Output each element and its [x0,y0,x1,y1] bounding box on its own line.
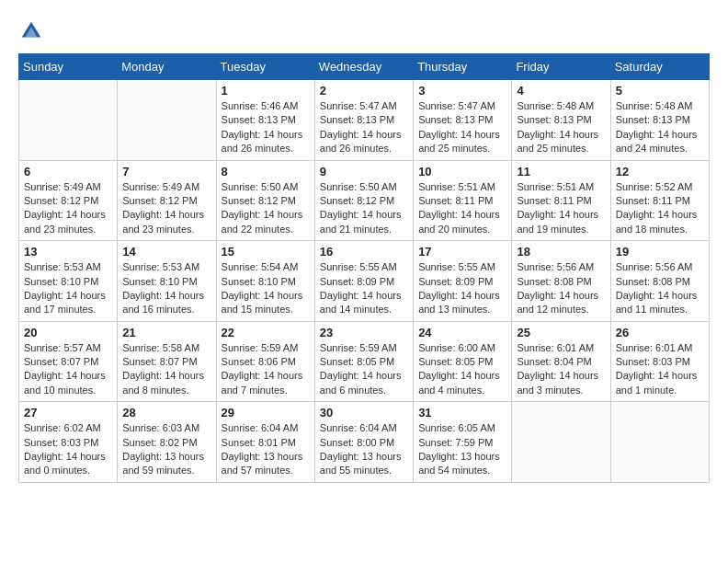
calendar-cell: 17Sunrise: 5:55 AMSunset: 8:09 PMDayligh… [414,241,512,322]
day-info: Sunrise: 5:57 AMSunset: 8:07 PMDaylight:… [24,341,112,398]
day-info: Sunrise: 6:03 AMSunset: 8:02 PMDaylight:… [122,421,210,478]
calendar-cell: 1Sunrise: 5:46 AMSunset: 8:13 PMDaylight… [216,80,314,161]
calendar-cell: 13Sunrise: 5:53 AMSunset: 8:10 PMDayligh… [19,241,118,322]
calendar-cell [610,402,709,483]
day-info: Sunrise: 5:53 AMSunset: 8:10 PMDaylight:… [24,260,112,317]
calendar-week-row: 6Sunrise: 5:49 AMSunset: 8:12 PMDaylight… [19,160,710,241]
calendar-cell: 19Sunrise: 5:56 AMSunset: 8:08 PMDayligh… [610,241,709,322]
day-number: 14 [122,245,210,259]
day-info: Sunrise: 5:47 AMSunset: 8:13 PMDaylight:… [320,99,408,156]
calendar-weekday-monday: Monday [118,54,216,80]
logo [18,18,48,44]
day-info: Sunrise: 5:53 AMSunset: 8:10 PMDaylight:… [122,260,210,317]
calendar-cell: 6Sunrise: 5:49 AMSunset: 8:12 PMDaylight… [19,160,118,241]
calendar-weekday-saturday: Saturday [610,54,709,80]
day-number: 31 [418,406,506,419]
day-info: Sunrise: 5:59 AMSunset: 8:05 PMDaylight:… [320,341,408,398]
day-info: Sunrise: 6:01 AMSunset: 8:03 PMDaylight:… [616,341,704,398]
day-number: 17 [418,245,506,259]
day-number: 1 [222,84,310,98]
day-number: 22 [222,326,310,339]
day-info: Sunrise: 5:50 AMSunset: 8:12 PMDaylight:… [320,180,408,237]
day-number: 26 [616,326,704,339]
calendar-cell: 12Sunrise: 5:52 AMSunset: 8:11 PMDayligh… [610,160,709,241]
day-info: Sunrise: 6:04 AMSunset: 8:01 PMDaylight:… [222,421,310,478]
day-info: Sunrise: 6:00 AMSunset: 8:05 PMDaylight:… [418,341,506,398]
day-number: 24 [418,326,506,339]
calendar-header-row: SundayMondayTuesdayWednesdayThursdayFrid… [19,54,710,80]
calendar-cell: 10Sunrise: 5:51 AMSunset: 8:11 PMDayligh… [414,160,512,241]
day-info: Sunrise: 5:48 AMSunset: 8:13 PMDaylight:… [616,99,704,156]
calendar-cell: 23Sunrise: 5:59 AMSunset: 8:05 PMDayligh… [314,321,413,402]
day-info: Sunrise: 5:49 AMSunset: 8:12 PMDaylight:… [122,180,210,237]
day-number: 19 [616,245,704,259]
calendar-cell: 28Sunrise: 6:03 AMSunset: 8:02 PMDayligh… [118,402,216,483]
calendar-weekday-sunday: Sunday [19,54,118,80]
calendar-cell: 3Sunrise: 5:47 AMSunset: 8:13 PMDaylight… [414,80,512,161]
day-number: 28 [122,406,210,419]
day-number: 29 [222,406,310,419]
day-info: Sunrise: 5:50 AMSunset: 8:12 PMDaylight:… [222,180,310,237]
calendar-cell: 16Sunrise: 5:55 AMSunset: 8:09 PMDayligh… [314,241,413,322]
logo-icon [18,18,44,44]
calendar-cell [118,80,216,161]
calendar-weekday-friday: Friday [512,54,610,80]
day-number: 2 [320,84,408,98]
day-info: Sunrise: 5:49 AMSunset: 8:12 PMDaylight:… [24,180,112,237]
day-info: Sunrise: 5:55 AMSunset: 8:09 PMDaylight:… [418,260,506,317]
day-number: 13 [24,245,112,259]
day-info: Sunrise: 6:05 AMSunset: 7:59 PMDaylight:… [418,421,506,478]
day-info: Sunrise: 5:58 AMSunset: 8:07 PMDaylight:… [122,341,210,398]
calendar-week-row: 13Sunrise: 5:53 AMSunset: 8:10 PMDayligh… [19,241,710,322]
calendar-cell: 15Sunrise: 5:54 AMSunset: 8:10 PMDayligh… [216,241,314,322]
calendar-cell: 21Sunrise: 5:58 AMSunset: 8:07 PMDayligh… [118,321,216,402]
day-info: Sunrise: 5:56 AMSunset: 8:08 PMDaylight:… [616,260,704,317]
day-number: 7 [122,165,210,178]
calendar-cell: 5Sunrise: 5:48 AMSunset: 8:13 PMDaylight… [610,80,709,161]
day-number: 27 [24,406,112,419]
day-number: 8 [222,165,310,178]
day-number: 9 [320,165,408,178]
day-info: Sunrise: 5:56 AMSunset: 8:08 PMDaylight:… [517,260,605,317]
calendar-cell: 8Sunrise: 5:50 AMSunset: 8:12 PMDaylight… [216,160,314,241]
day-number: 20 [24,326,112,339]
day-info: Sunrise: 6:04 AMSunset: 8:00 PMDaylight:… [320,421,408,478]
calendar-cell: 22Sunrise: 5:59 AMSunset: 8:06 PMDayligh… [216,321,314,402]
calendar-week-row: 20Sunrise: 5:57 AMSunset: 8:07 PMDayligh… [19,321,710,402]
calendar-cell: 27Sunrise: 6:02 AMSunset: 8:03 PMDayligh… [19,402,118,483]
calendar-week-row: 1Sunrise: 5:46 AMSunset: 8:13 PMDaylight… [19,80,710,161]
day-number: 11 [517,165,605,178]
day-number: 16 [320,245,408,259]
day-number: 6 [24,165,112,178]
day-number: 3 [418,84,506,98]
calendar-cell: 30Sunrise: 6:04 AMSunset: 8:00 PMDayligh… [314,402,413,483]
calendar-cell: 31Sunrise: 6:05 AMSunset: 7:59 PMDayligh… [414,402,512,483]
day-info: Sunrise: 5:59 AMSunset: 8:06 PMDaylight:… [222,341,310,398]
day-number: 4 [517,84,605,98]
calendar-weekday-tuesday: Tuesday [216,54,314,80]
calendar-cell: 4Sunrise: 5:48 AMSunset: 8:13 PMDaylight… [512,80,610,161]
day-number: 30 [320,406,408,419]
day-number: 12 [616,165,704,178]
day-number: 15 [222,245,310,259]
calendar-cell: 11Sunrise: 5:51 AMSunset: 8:11 PMDayligh… [512,160,610,241]
day-info: Sunrise: 5:47 AMSunset: 8:13 PMDaylight:… [418,99,506,156]
day-info: Sunrise: 5:46 AMSunset: 8:13 PMDaylight:… [222,99,310,156]
calendar-cell: 7Sunrise: 5:49 AMSunset: 8:12 PMDaylight… [118,160,216,241]
calendar-week-row: 27Sunrise: 6:02 AMSunset: 8:03 PMDayligh… [19,402,710,483]
calendar-cell: 9Sunrise: 5:50 AMSunset: 8:12 PMDaylight… [314,160,413,241]
day-info: Sunrise: 6:01 AMSunset: 8:04 PMDaylight:… [517,341,605,398]
day-info: Sunrise: 6:02 AMSunset: 8:03 PMDaylight:… [24,421,112,478]
page-header [18,18,710,44]
calendar-cell: 14Sunrise: 5:53 AMSunset: 8:10 PMDayligh… [118,241,216,322]
day-info: Sunrise: 5:52 AMSunset: 8:11 PMDaylight:… [616,180,704,237]
calendar-cell: 25Sunrise: 6:01 AMSunset: 8:04 PMDayligh… [512,321,610,402]
day-number: 18 [517,245,605,259]
calendar-table: SundayMondayTuesdayWednesdayThursdayFrid… [18,53,710,483]
day-number: 21 [122,326,210,339]
day-number: 23 [320,326,408,339]
day-info: Sunrise: 5:51 AMSunset: 8:11 PMDaylight:… [418,180,506,237]
day-info: Sunrise: 5:48 AMSunset: 8:13 PMDaylight:… [517,99,605,156]
day-info: Sunrise: 5:55 AMSunset: 8:09 PMDaylight:… [320,260,408,317]
day-number: 10 [418,165,506,178]
